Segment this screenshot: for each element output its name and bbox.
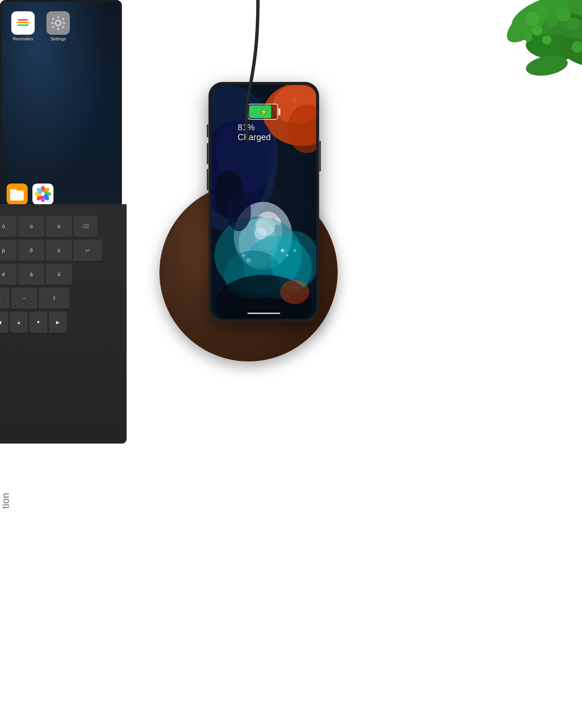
- svg-rect-32: [10, 189, 17, 192]
- svg-point-16: [566, 17, 579, 30]
- keyboard-row-5: ◀ ▲ ▼ ▶: [0, 312, 122, 333]
- key-arrow-right[interactable]: ▶: [49, 312, 66, 333]
- home-indicator: [247, 313, 280, 314]
- folder-icon: [10, 188, 24, 201]
- key-u-double-acute[interactable]: ű: [46, 264, 72, 285]
- key-e-acute[interactable]: é: [0, 264, 17, 285]
- key-return[interactable]: ↵: [74, 240, 102, 261]
- keyboard-row-4: : – ⇧: [0, 288, 122, 309]
- svg-rect-25: [51, 22, 54, 24]
- svg-point-63: [274, 217, 281, 225]
- key-u-umlaut[interactable]: ü: [18, 216, 44, 237]
- svg-point-71: [226, 192, 251, 231]
- svg-point-65: [286, 254, 288, 257]
- files-icon[interactable]: [6, 184, 28, 205]
- reminders-line-3: [17, 24, 29, 26]
- reminders-line-1: [18, 19, 28, 21]
- key-colon[interactable]: :: [0, 288, 9, 309]
- key-o-double-acute[interactable]: ő: [18, 240, 44, 261]
- ipad-apps: Reminders: [9, 11, 72, 42]
- iphone-volume-down: [207, 169, 208, 190]
- settings-icon: [47, 11, 70, 35]
- gear-icon: [50, 15, 66, 31]
- svg-point-66: [293, 249, 296, 252]
- key-shift[interactable]: ⇧: [39, 288, 70, 309]
- svg-point-69: [280, 280, 309, 304]
- svg-rect-26: [63, 22, 65, 24]
- svg-point-17: [542, 35, 552, 45]
- key-p[interactable]: p: [0, 240, 17, 261]
- key-arrow-down[interactable]: ▼: [30, 312, 47, 333]
- photos-icon[interactable]: [32, 184, 53, 205]
- key-a-acute[interactable]: á: [18, 264, 44, 285]
- svg-point-14: [532, 25, 543, 36]
- plant-svg: [446, 0, 582, 118]
- charging-cable: [211, 0, 281, 192]
- key-arrow-left[interactable]: ◀: [0, 312, 8, 333]
- keyboard-rows: ö ü ó ⌫ p ő ú ↵ é á ű : – ⇧: [0, 209, 122, 333]
- svg-point-19: [524, 33, 532, 42]
- keyboard-row-2: p ő ú ↵: [0, 240, 122, 261]
- key-o-acute[interactable]: ó: [46, 216, 72, 237]
- tion-partial-text: tion: [0, 493, 11, 509]
- settings-label: Settings: [50, 36, 66, 42]
- reminders-label: Reminders: [13, 36, 33, 42]
- key-backspace[interactable]: ⌫: [74, 216, 97, 237]
- iphone-volume-up: [207, 143, 208, 164]
- svg-rect-24: [57, 27, 59, 30]
- svg-point-64: [281, 249, 285, 253]
- iphone-power-button: [320, 141, 321, 171]
- keyboard-row-1: ö ü ó ⌫: [0, 216, 122, 237]
- settings-app-icon[interactable]: Settings: [44, 11, 72, 42]
- key-o-umlaut[interactable]: ö: [0, 216, 17, 237]
- svg-point-12: [536, 6, 548, 18]
- svg-point-22: [56, 21, 60, 25]
- svg-point-50: [309, 104, 315, 110]
- svg-point-62: [255, 227, 267, 240]
- ipad-screen: Reminders: [0, 0, 122, 211]
- key-dash[interactable]: –: [11, 288, 37, 309]
- svg-point-48: [293, 98, 297, 102]
- svg-point-67: [246, 258, 251, 263]
- key-arrow-up[interactable]: ▲: [10, 312, 28, 333]
- ipad-screen-inner: Reminders: [2, 2, 120, 209]
- ipad-dock-apps: [6, 184, 53, 205]
- keyboard-row-3: é á ű: [0, 264, 122, 285]
- iphone-silent-switch: [207, 124, 208, 137]
- svg-rect-23: [57, 16, 59, 19]
- plant-container: [446, 0, 582, 118]
- ipad-container: Reminders: [0, 0, 145, 446]
- smart-keyboard: ö ü ó ⌫ p ő ú ↵ é á ű : – ⇧: [0, 204, 127, 444]
- svg-point-68: [242, 254, 246, 257]
- reminders-line-2: [17, 22, 30, 23]
- photos-icon-svg: [35, 186, 51, 202]
- svg-point-49: [298, 95, 301, 97]
- key-u-acute[interactable]: ú: [46, 240, 72, 261]
- svg-point-41: [41, 192, 45, 196]
- reminders-app-icon[interactable]: Reminders: [9, 11, 37, 42]
- svg-point-13: [545, 15, 558, 28]
- reminders-icon: [11, 11, 35, 35]
